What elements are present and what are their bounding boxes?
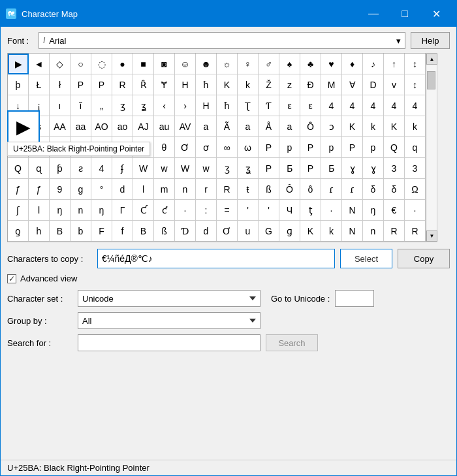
char-cell[interactable]: ŋ xyxy=(50,200,71,221)
char-cell[interactable]: ' xyxy=(259,200,279,221)
char-cell[interactable]: Ž xyxy=(259,74,279,95)
char-cell[interactable]: ƥ xyxy=(50,158,71,179)
char-cell[interactable]: Ơ xyxy=(217,221,238,242)
char-cell[interactable]: N xyxy=(342,200,363,221)
char-cell[interactable]: u xyxy=(238,221,259,242)
char-cell[interactable]: r xyxy=(196,179,217,200)
char-cell[interactable]: B xyxy=(50,221,71,242)
char-cell[interactable]: ● xyxy=(112,54,133,74)
char-cell[interactable]: ◙ xyxy=(154,54,175,74)
char-cell[interactable]: n xyxy=(363,221,384,242)
char-cell[interactable]: ▶ xyxy=(8,54,29,74)
char-cell[interactable]: ƒ xyxy=(29,179,50,200)
char-cell[interactable]: ‹ xyxy=(154,95,175,116)
char-cell[interactable]: ° xyxy=(91,179,112,200)
char-cell[interactable]: Q xyxy=(384,137,405,158)
char-cell[interactable]: f xyxy=(112,221,133,242)
char-cell[interactable]: n xyxy=(175,179,196,200)
char-cell[interactable]: ħ xyxy=(217,95,238,116)
scroll-thumb[interactable] xyxy=(427,71,435,89)
char-cell[interactable]: ω xyxy=(238,137,259,158)
char-cell[interactable]: ☼ xyxy=(217,54,238,74)
char-cell[interactable]: 4 xyxy=(321,95,342,116)
scroll-down-arrow[interactable]: ▼ xyxy=(426,230,437,242)
char-cell[interactable]: ■ xyxy=(133,54,154,74)
char-cell[interactable]: = xyxy=(217,200,238,221)
char-cell[interactable]: p xyxy=(321,137,342,158)
char-cell[interactable]: ↕ xyxy=(405,54,426,74)
char-cell[interactable]: ł xyxy=(50,74,71,95)
char-cell[interactable]: ɾ xyxy=(321,179,342,200)
char-cell[interactable]: H xyxy=(175,74,196,95)
char-cell[interactable]: k xyxy=(405,116,426,137)
char-cell[interactable]: Ƃ xyxy=(321,158,342,179)
char-cell[interactable]: 4 xyxy=(384,95,405,116)
char-cell[interactable]: AA xyxy=(50,116,71,137)
char-cell[interactable]: d xyxy=(196,221,217,242)
char-cell[interactable]: Ʈ xyxy=(238,95,259,116)
char-cell[interactable]: ƍ xyxy=(8,221,29,242)
char-cell[interactable]: w xyxy=(196,158,217,179)
char-cell[interactable]: W xyxy=(175,158,196,179)
char-cell[interactable]: ☺ xyxy=(175,54,196,74)
char-cell[interactable]: € xyxy=(384,200,405,221)
char-cell[interactable]: P xyxy=(91,74,112,95)
char-cell[interactable]: ƈ xyxy=(154,200,175,221)
char-cell[interactable]: h xyxy=(29,221,50,242)
char-cell[interactable]: ♀ xyxy=(238,54,259,74)
char-cell[interactable]: F xyxy=(91,221,112,242)
char-cell[interactable]: ħ xyxy=(196,74,217,95)
char-cell[interactable]: ĭ xyxy=(71,95,91,116)
char-cell[interactable]: Q xyxy=(8,158,29,179)
char-cell[interactable]: w xyxy=(154,158,175,179)
char-cell[interactable]: Ơ xyxy=(175,137,196,158)
char-cell[interactable]: K xyxy=(300,221,321,242)
char-cell[interactable]: B xyxy=(133,221,154,242)
char-cell[interactable]: K xyxy=(217,74,238,95)
char-cell[interactable]: ơ xyxy=(196,137,217,158)
char-cell[interactable]: ɣ xyxy=(363,158,384,179)
char-cell[interactable]: ○ xyxy=(71,54,91,74)
scroll-up-arrow[interactable]: ▲ xyxy=(426,54,437,65)
char-cell[interactable]: au xyxy=(154,116,175,137)
char-cell[interactable]: ɣ xyxy=(342,158,363,179)
char-cell[interactable]: 4 xyxy=(405,95,426,116)
char-cell[interactable]: ◄ xyxy=(29,54,50,74)
char-cell[interactable]: Ȏ xyxy=(300,116,321,137)
char-cell[interactable]: a xyxy=(196,116,217,137)
char-cell[interactable]: AJ xyxy=(133,116,154,137)
char-cell[interactable]: k xyxy=(238,74,259,95)
char-cell[interactable]: g xyxy=(71,179,91,200)
char-cell[interactable]: ∞ xyxy=(217,137,238,158)
font-select-wrapper[interactable]: I Arial ▾ Arial xyxy=(39,32,405,49)
char-cell[interactable]: p xyxy=(363,137,384,158)
char-cell[interactable]: P xyxy=(300,158,321,179)
char-cell[interactable]: ŋ xyxy=(91,200,112,221)
char-cell[interactable]: aa xyxy=(71,116,91,137)
scroll-track[interactable] xyxy=(426,65,437,230)
char-cell[interactable]: P xyxy=(300,137,321,158)
char-cell[interactable]: Ł xyxy=(29,74,50,95)
char-cell[interactable]: Ω xyxy=(405,179,426,200)
char-cell[interactable]: m xyxy=(154,179,175,200)
char-cell[interactable]: ß xyxy=(259,179,279,200)
char-cell[interactable]: δ xyxy=(363,179,384,200)
char-cell[interactable]: n xyxy=(71,200,91,221)
char-cell[interactable]: Ã xyxy=(217,116,238,137)
char-cell[interactable]: 3 xyxy=(405,158,426,179)
char-cell[interactable]: d xyxy=(112,179,133,200)
search-button[interactable]: Search xyxy=(266,334,318,351)
char-cell[interactable]: Γ xyxy=(112,200,133,221)
char-cell[interactable]: ∀ xyxy=(342,74,363,95)
grid-scrollbar[interactable]: ▲ ▼ xyxy=(426,53,437,242)
char-cell[interactable]: · xyxy=(175,200,196,221)
char-cell[interactable]: ƫ xyxy=(300,200,321,221)
char-cell[interactable]: „ xyxy=(91,95,112,116)
char-cell[interactable]: ♥ xyxy=(321,54,342,74)
char-cell[interactable]: ao xyxy=(112,116,133,137)
char-cell[interactable]: ı xyxy=(50,95,71,116)
help-button[interactable]: Help xyxy=(411,32,450,49)
char-cell[interactable]: 4 xyxy=(363,95,384,116)
char-cell[interactable]: P xyxy=(259,137,279,158)
char-cell[interactable]: Ƈ xyxy=(133,200,154,221)
